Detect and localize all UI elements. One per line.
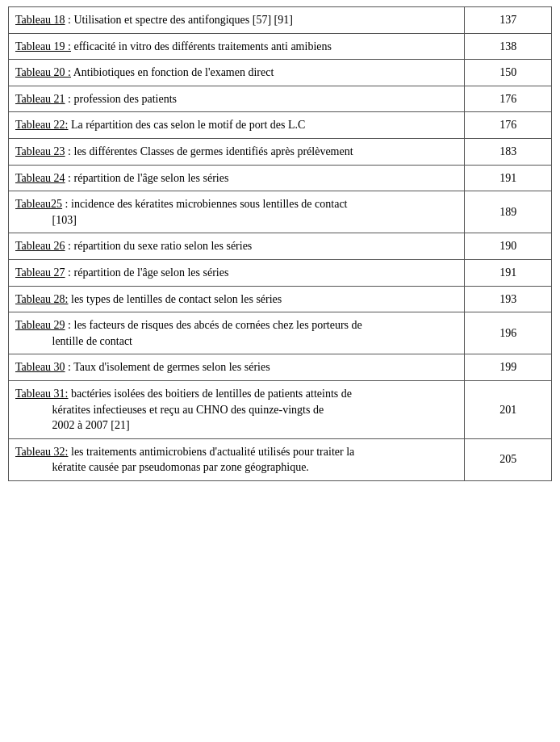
row-page-cell: 205 bbox=[465, 438, 552, 480]
row-page-cell: 176 bbox=[465, 112, 552, 139]
row-text: les types de lentilles de contact selon … bbox=[69, 293, 282, 305]
row-page-cell: 176 bbox=[465, 86, 552, 112]
row-text-line1: Tableau 32: les traitements antimicrobie… bbox=[15, 446, 354, 458]
row-page-cell: 196 bbox=[465, 312, 552, 354]
row-label-cell: Tableau 22: La répartition des cas selon… bbox=[9, 112, 465, 139]
table-row: Tableau 19 : efficacité in vitro des dif… bbox=[9, 33, 552, 60]
row-text-line1: Tableau 29 : les facteurs de risques des… bbox=[15, 319, 362, 331]
row-label-cell: Tableau 23 : les différentes Classes de … bbox=[9, 138, 465, 165]
row-label-cell: Tableau 29 : les facteurs de risques des… bbox=[9, 312, 465, 354]
tableau-label-underline: Tableau 23 bbox=[15, 145, 65, 157]
table-row: Tableau 20 : Antibiotiques en fonction d… bbox=[9, 60, 552, 86]
row-page-cell: 199 bbox=[465, 354, 552, 381]
row-page-cell: 150 bbox=[465, 60, 552, 86]
tableau-label-underline: Tableau 18 bbox=[15, 14, 65, 26]
tableau-label-underline: Tableau 24 bbox=[15, 172, 65, 184]
contents-table: Tableau 18 : Utilisation et spectre des … bbox=[8, 6, 552, 481]
row-page-cell: 191 bbox=[465, 165, 552, 191]
row-text-line2: kératite causée par pseudomonas par zone… bbox=[15, 461, 309, 473]
table-row: Tableau 28: les types de lentilles de co… bbox=[9, 286, 552, 312]
tableau-label-underline: Tableau 27 bbox=[15, 266, 65, 279]
row-label-cell: Tableau 26 : répartition du sexe ratio s… bbox=[9, 233, 465, 260]
row-page-cell: 193 bbox=[465, 286, 552, 312]
row-text: La répartition des cas selon le motif de… bbox=[69, 119, 306, 131]
row-page-cell: 137 bbox=[465, 7, 552, 34]
row-label-cell: Tableau 31: bactéries isolées des boitie… bbox=[9, 380, 465, 438]
tableau-label-underline: Tableau 21 bbox=[15, 93, 65, 105]
main-table-container: Tableau 18 : Utilisation et spectre des … bbox=[8, 6, 552, 481]
table-row: Tableau 23 : les différentes Classes de … bbox=[9, 138, 552, 165]
row-label-cell: Tableau 18 : Utilisation et spectre des … bbox=[9, 7, 465, 34]
row-text-line1: Tableau 31: bactéries isolées des boitie… bbox=[15, 388, 352, 400]
row-text: : répartition de l'âge selon les séries bbox=[65, 266, 229, 279]
row-label-cell: Tableau 28: les types de lentilles de co… bbox=[9, 286, 465, 312]
row-page-cell: 183 bbox=[465, 138, 552, 165]
table-row: Tableau 32: les traitements antimicrobie… bbox=[9, 438, 552, 480]
tableau-label-underline: Tableau 22: bbox=[15, 119, 69, 131]
row-label-cell: Tableau 30 : Taux d'isolement de germes … bbox=[9, 354, 465, 381]
table-row: Tableau 21 : profession des patients176 bbox=[9, 86, 552, 112]
row-text: efficacité in vitro des différents trait… bbox=[71, 40, 332, 52]
tableau-label-underline: Tableau 26 bbox=[15, 240, 65, 252]
row-page-cell: 138 bbox=[465, 33, 552, 60]
table-row: Tableau 22: La répartition des cas selon… bbox=[9, 112, 552, 139]
row-text: : répartition du sexe ratio selon les sé… bbox=[65, 240, 253, 252]
row-page-cell: 201 bbox=[465, 380, 552, 438]
row-page-cell: 191 bbox=[465, 259, 552, 286]
row-label-cell: Tableau 21 : profession des patients bbox=[9, 86, 465, 112]
row-label-cell: Tableau 19 : efficacité in vitro des dif… bbox=[9, 33, 465, 60]
row-label-cell: Tableau 27 : répartition de l'âge selon … bbox=[9, 259, 465, 286]
table-row: Tableau 18 : Utilisation et spectre des … bbox=[9, 7, 552, 34]
row-text: : répartition de l'âge selon les séries bbox=[65, 172, 229, 184]
row-text-line1: Tableau25 : incidence des kératites micr… bbox=[15, 198, 348, 210]
table-row: Tableau25 : incidence des kératites micr… bbox=[9, 191, 552, 233]
table-row: Tableau 26 : répartition du sexe ratio s… bbox=[9, 233, 552, 260]
row-page-cell: 190 bbox=[465, 233, 552, 260]
row-text: : les différentes Classes de germes iden… bbox=[65, 145, 353, 157]
row-text: : profession des patients bbox=[65, 93, 177, 105]
row-page-cell: 189 bbox=[465, 191, 552, 233]
table-row: Tableau 24 : répartition de l'âge selon … bbox=[9, 165, 552, 191]
tableau-label-underline: Tableau 30 bbox=[15, 361, 65, 373]
row-text: Antibiotiques en fonction de l'examen di… bbox=[71, 66, 274, 78]
row-label-cell: Tableau 32: les traitements antimicrobie… bbox=[9, 438, 465, 480]
table-row: Tableau 29 : les facteurs de risques des… bbox=[9, 312, 552, 354]
table-row: Tableau 27 : répartition de l'âge selon … bbox=[9, 259, 552, 286]
table-row: Tableau 31: bactéries isolées des boitie… bbox=[9, 380, 552, 438]
row-label-cell: Tableau 24 : répartition de l'âge selon … bbox=[9, 165, 465, 191]
row-label-cell: Tableau 20 : Antibiotiques en fonction d… bbox=[9, 60, 465, 86]
tableau-label-underline: Tableau 20 : bbox=[15, 66, 71, 78]
row-label-cell: Tableau25 : incidence des kératites micr… bbox=[9, 191, 465, 233]
row-text-line2: [103] bbox=[15, 214, 77, 226]
tableau-label-underline: Tableau 19 : bbox=[15, 40, 71, 52]
row-text-line2: kératites infectieuses et reçu au CHNO d… bbox=[15, 404, 324, 416]
table-row: Tableau 30 : Taux d'isolement de germes … bbox=[9, 354, 552, 381]
row-text: : Utilisation et spectre des antifongiqu… bbox=[65, 14, 293, 26]
row-text-line2: lentille de contact bbox=[15, 335, 132, 347]
tableau-label-underline: Tableau 28: bbox=[15, 293, 69, 305]
row-text-line3: 2002 à 2007 [21] bbox=[15, 419, 130, 431]
row-text: : Taux d'isolement de germes selon les s… bbox=[65, 361, 270, 373]
